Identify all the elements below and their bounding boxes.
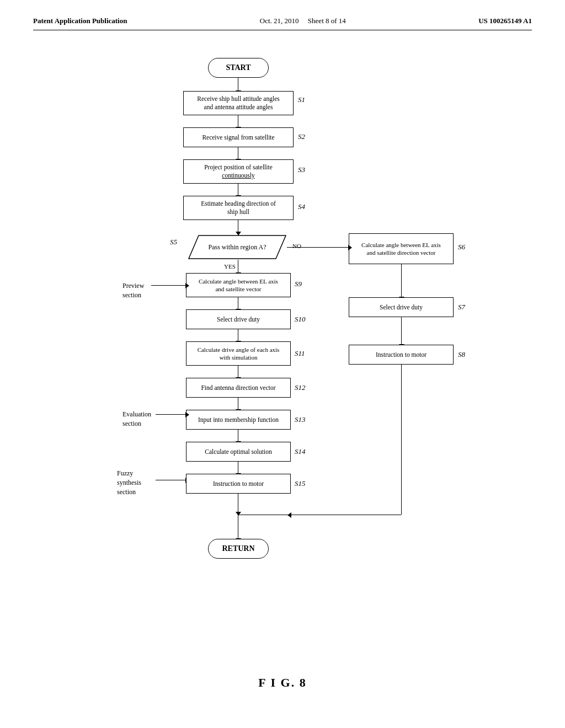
s7-label: S7	[458, 303, 465, 312]
arrow-s14-s15	[238, 462, 238, 474]
s13-box: Input into membership function	[186, 410, 291, 430]
header-left: Patent Application Publication	[33, 17, 127, 25]
arrow-s3-s4	[238, 184, 238, 196]
arrow-eval	[156, 414, 186, 415]
s14-box: Calculate optimal solution	[186, 442, 291, 462]
return-box: RETURN	[208, 539, 269, 559]
s1-box: Receive ship hull attitude anglesand ant…	[183, 91, 294, 115]
header-right: US 100265149 A1	[478, 17, 532, 25]
arrow-s6-s7	[401, 264, 402, 297]
s15-box: Instruction to motor	[186, 474, 291, 494]
s3-label: S3	[298, 165, 305, 174]
header-center: Oct. 21, 2010 Sheet 8 of 14	[260, 17, 346, 25]
arrow-s11-s12	[238, 366, 238, 378]
s10-box: Select drive duty	[186, 309, 291, 329]
arrow-s5-yes	[238, 260, 238, 273]
s14-label: S14	[295, 447, 306, 456]
page: Patent Application Publication Oct. 21, …	[0, 0, 565, 728]
s4-box: Estimate heading direction ofship hull	[183, 196, 294, 220]
line-s5-no-h	[287, 247, 349, 248]
s8-box: Instruction to motor	[349, 345, 454, 365]
arrow-s4-s5	[238, 220, 238, 232]
arrow-s9-s10	[238, 297, 238, 309]
arrow-s10-s11	[238, 329, 238, 341]
start-box: START	[208, 58, 269, 78]
yes-label: YES	[224, 263, 236, 270]
arrow-s2-s3	[238, 147, 238, 159]
arrow-fuzzy	[156, 480, 186, 480]
s12-box: Find antenna direction vector	[186, 378, 291, 398]
svg-text:Pass within region A?: Pass within region A?	[209, 243, 266, 251]
s5-diamond: Pass within region A?	[188, 234, 287, 260]
s13-label: S13	[295, 415, 306, 424]
s2-label: S2	[298, 132, 305, 141]
publication-date: Oct. 21, 2010	[260, 17, 299, 25]
sheet-info: Sheet 8 of 14	[308, 17, 346, 25]
arrow-s12-s13	[238, 398, 238, 410]
arrow-start-s1	[238, 78, 238, 91]
s9-label: S9	[295, 280, 302, 288]
arrow-s5-no	[342, 247, 349, 248]
s12-label: S12	[295, 383, 306, 392]
s3-box: Project position of satellitecontinuousl…	[183, 159, 294, 184]
arrow-preview	[151, 285, 186, 286]
s1-label: S1	[298, 95, 305, 104]
s15-label: S15	[295, 479, 306, 488]
evaluation-section-label: Evaluationsection	[122, 410, 151, 429]
no-label: NO	[292, 243, 301, 249]
figure-title: F I G. 8	[258, 676, 306, 690]
s9-box: Calculate angle between EL axisand satel…	[186, 273, 291, 297]
s7-box: Select drive duty	[349, 297, 454, 317]
s5-label: S5	[170, 238, 177, 247]
line-s8-down	[401, 365, 402, 515]
line-bottom-h	[238, 515, 401, 515]
preview-section-label: Previewsection	[122, 281, 144, 300]
s8-label: S8	[458, 350, 465, 359]
flowchart: START Receive ship hull attitude anglesa…	[62, 52, 503, 659]
arrow-s1-s2	[238, 115, 238, 127]
arrow-s7-s8	[401, 317, 402, 345]
s6-label: S6	[458, 243, 465, 251]
arrow-s13-s14	[238, 430, 238, 442]
s6-box: Calculate angle between EL axisand satel…	[349, 233, 454, 264]
arrow-s15-down	[238, 494, 238, 512]
page-header: Patent Application Publication Oct. 21, …	[33, 17, 532, 30]
diagram-container: START Receive ship hull attitude anglesa…	[33, 52, 532, 690]
s11-label: S11	[295, 349, 305, 358]
fuzzy-section-label: Fuzzysynthesissection	[117, 469, 141, 496]
s4-label: S4	[298, 202, 305, 211]
s10-label: S10	[295, 315, 306, 324]
s11-box: Calculate drive angle of each axiswith s…	[186, 341, 291, 366]
arrow-to-return	[238, 515, 238, 539]
s2-box: Receive signal from satellite	[183, 127, 294, 147]
